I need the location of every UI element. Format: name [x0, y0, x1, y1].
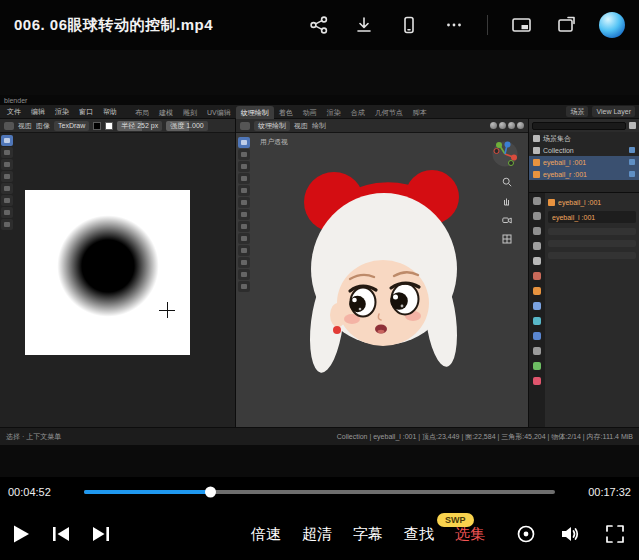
tool-button[interactable]	[238, 185, 250, 196]
editor-type-icon[interactable]	[240, 122, 250, 130]
object-properties-icon[interactable]	[533, 287, 541, 295]
fullscreen-button[interactable]	[605, 524, 625, 544]
texture-canvas[interactable]	[25, 190, 190, 355]
shading-mode-icon[interactable]	[499, 122, 506, 129]
speed-button[interactable]: 倍速	[251, 524, 281, 543]
tab-animation[interactable]: 动画	[298, 106, 322, 119]
tab-uv-editing[interactable]: UV编辑	[202, 106, 236, 119]
pan-hand-icon[interactable]	[502, 196, 512, 206]
tool-button[interactable]	[1, 159, 13, 170]
tab-texture-paint[interactable]: 纹理绘制	[236, 106, 274, 119]
menu-edit[interactable]: 编辑	[28, 108, 48, 115]
camera-view-icon[interactable]	[502, 215, 512, 225]
tool-properties-icon[interactable]	[533, 197, 541, 205]
brush-radius-slider[interactable]: 半径 252 px	[117, 121, 162, 131]
primary-color-swatch[interactable]	[93, 122, 101, 130]
outliner-row[interactable]: 场景集合	[529, 132, 639, 144]
next-episode-button[interactable]	[92, 526, 110, 542]
tool-button[interactable]	[238, 173, 250, 184]
tool-button[interactable]	[238, 269, 250, 280]
world-properties-icon[interactable]	[533, 272, 541, 280]
quality-button[interactable]: 超清	[302, 524, 332, 543]
scene-properties-icon[interactable]	[533, 257, 541, 265]
outliner-row[interactable]: Collection	[529, 144, 639, 156]
tool-button[interactable]	[238, 233, 250, 244]
tool-button[interactable]	[1, 135, 13, 146]
view-layer-selector[interactable]: View Layer	[592, 106, 635, 117]
navigation-gizmo[interactable]	[492, 141, 518, 167]
tool-button[interactable]	[238, 197, 250, 208]
tool-button[interactable]	[1, 183, 13, 194]
zoom-icon[interactable]	[502, 177, 512, 187]
download-icon[interactable]	[352, 13, 376, 37]
tool-button[interactable]	[238, 245, 250, 256]
property-row[interactable]	[548, 240, 636, 247]
tool-button[interactable]	[238, 221, 250, 232]
play-button[interactable]	[12, 524, 30, 544]
object-data-properties-icon[interactable]	[533, 362, 541, 370]
viewport-menu-view[interactable]: 视图	[294, 122, 308, 129]
physics-properties-icon[interactable]	[533, 332, 541, 340]
object-name-field[interactable]: eyeball_l :001	[548, 211, 636, 223]
popout-window-icon[interactable]	[554, 13, 578, 37]
shading-mode-icon[interactable]	[508, 122, 515, 129]
swp-badge[interactable]: SWP	[437, 513, 474, 527]
tab-compositing[interactable]: 合成	[346, 106, 370, 119]
visibility-toggle-icon[interactable]	[629, 159, 635, 165]
outliner-search-input[interactable]	[532, 122, 626, 130]
find-button[interactable]: 查找	[404, 524, 434, 543]
avatar[interactable]	[599, 12, 625, 38]
shading-mode-icon[interactable]	[517, 122, 524, 129]
phone-icon[interactable]	[397, 13, 421, 37]
tool-button[interactable]	[238, 149, 250, 160]
render-properties-icon[interactable]	[533, 212, 541, 220]
tool-button[interactable]	[1, 171, 13, 182]
view-layer-properties-icon[interactable]	[533, 242, 541, 250]
more-icon[interactable]	[442, 13, 466, 37]
modifier-properties-icon[interactable]	[533, 302, 541, 310]
visibility-toggle-icon[interactable]	[629, 147, 635, 153]
progress-knob[interactable]	[205, 487, 216, 498]
constraints-properties-icon[interactable]	[533, 347, 541, 355]
progress-track[interactable]	[84, 490, 555, 494]
shading-mode-icon[interactable]	[490, 122, 497, 129]
picture-in-picture-icon[interactable]	[509, 13, 533, 37]
ortho-toggle-icon[interactable]	[502, 234, 512, 244]
record-icon[interactable]	[516, 524, 536, 544]
menu-help[interactable]: 帮助	[100, 108, 120, 115]
output-properties-icon[interactable]	[533, 227, 541, 235]
scene-selector[interactable]: 场景	[566, 106, 588, 117]
material-properties-icon[interactable]	[533, 377, 541, 385]
mode-selector[interactable]: 纹理绘制	[254, 121, 290, 131]
subtitle-button[interactable]: 字幕	[353, 524, 383, 543]
tool-button[interactable]	[238, 257, 250, 268]
tab-modeling[interactable]: 建模	[154, 106, 178, 119]
tab-shading[interactable]: 着色	[274, 106, 298, 119]
menu-file[interactable]: 文件	[4, 108, 24, 115]
image-menu-view[interactable]: 视图	[18, 122, 32, 129]
tool-button[interactable]	[1, 219, 13, 230]
share-icon[interactable]	[307, 13, 331, 37]
tool-button[interactable]	[238, 281, 250, 292]
previous-episode-button[interactable]	[52, 526, 70, 542]
viewport-menu-paint[interactable]: 绘制	[312, 122, 326, 129]
tool-button[interactable]	[1, 207, 13, 218]
tool-button[interactable]	[238, 209, 250, 220]
tab-geometry-nodes[interactable]: 几何节点	[370, 106, 408, 119]
secondary-color-swatch[interactable]	[105, 122, 113, 130]
particles-properties-icon[interactable]	[533, 317, 541, 325]
property-row[interactable]	[548, 228, 636, 235]
filter-icon[interactable]	[629, 122, 636, 129]
menu-render[interactable]: 渲染	[52, 108, 72, 115]
editor-type-icon[interactable]	[4, 122, 14, 130]
tool-button[interactable]	[1, 195, 13, 206]
property-row[interactable]	[548, 252, 636, 259]
tab-rendering[interactable]: 渲染	[322, 106, 346, 119]
tool-button[interactable]	[238, 137, 250, 148]
menu-window[interactable]: 窗口	[76, 108, 96, 115]
tool-button[interactable]	[238, 161, 250, 172]
visibility-toggle-icon[interactable]	[629, 171, 635, 177]
image-menu-image[interactable]: 图像	[36, 122, 50, 129]
video-display-area[interactable]: blender 文件 编辑 渲染 窗口 帮助 布局 建模 雕刻 UV编辑 纹理绘…	[0, 50, 639, 477]
brush-selector[interactable]: TexDraw	[54, 121, 89, 131]
